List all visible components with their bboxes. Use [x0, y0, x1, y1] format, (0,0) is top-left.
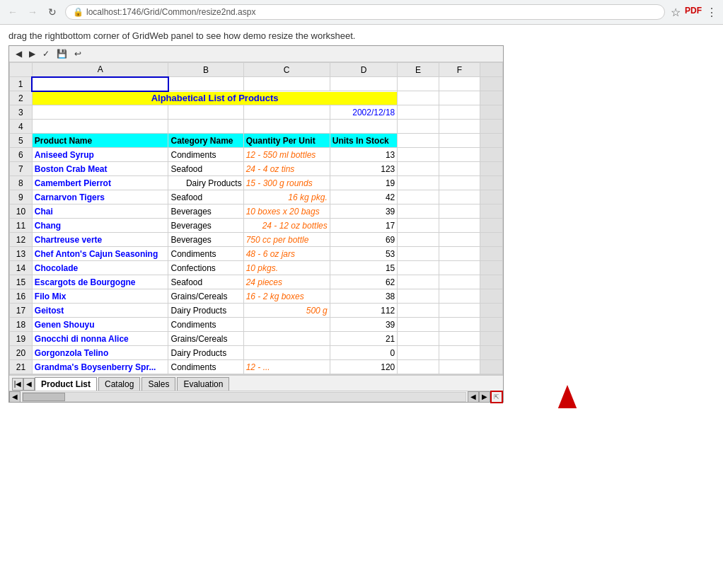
cell-e13[interactable] [398, 247, 439, 261]
tab-evaluation[interactable]: Evaluation [177, 377, 229, 391]
save-btn[interactable]: 💾 [54, 48, 69, 59]
cell-e14[interactable] [398, 261, 439, 275]
cell-f3[interactable] [439, 105, 480, 120]
cell-qty-10: 10 boxes x 20 bags [243, 204, 330, 219]
cell-e5[interactable] [398, 134, 439, 148]
cell-f21[interactable] [439, 360, 480, 374]
tab-nav-prev[interactable]: ◀ [23, 378, 35, 391]
cell-f2[interactable] [439, 91, 480, 105]
col-f[interactable]: F [439, 63, 480, 77]
cell-e4[interactable] [398, 120, 439, 134]
cell-c1[interactable] [243, 77, 330, 91]
h-scroll-thumb[interactable] [23, 393, 65, 401]
tab-catalog[interactable]: Catalog [98, 377, 140, 391]
tab-sales[interactable]: Sales [141, 377, 175, 391]
forward-button[interactable]: → [25, 5, 40, 19]
table-row: 7 Boston Crab Meat Seafood 24 - 4 oz tin… [10, 162, 503, 176]
col-c[interactable]: C [243, 63, 330, 77]
cell-a3[interactable] [32, 105, 168, 120]
cell-e16[interactable] [398, 289, 439, 304]
cell-f8[interactable] [439, 176, 480, 190]
back-button[interactable]: ← [6, 5, 20, 19]
cell-f9[interactable] [439, 190, 480, 204]
cell-product-10: Chai [32, 204, 168, 219]
tab-product-list[interactable]: Product List [35, 377, 97, 391]
cell-e15[interactable] [398, 275, 439, 289]
h-scroll-right-extra[interactable]: ◀ [468, 391, 479, 403]
cell-e1[interactable] [398, 77, 439, 91]
cell-b1[interactable] [168, 77, 243, 91]
cell-e11[interactable] [398, 219, 439, 233]
cell-f18[interactable] [439, 318, 480, 332]
col-d[interactable]: D [330, 63, 398, 77]
row-num-18: 18 [10, 318, 33, 332]
cell-f4[interactable] [439, 120, 480, 134]
scroll-cell-18 [480, 318, 503, 332]
cell-e17[interactable] [398, 304, 439, 318]
cell-product-15: Escargots de Bourgogne [32, 275, 168, 289]
cell-f13[interactable] [439, 247, 480, 261]
cell-e21[interactable] [398, 360, 439, 374]
cell-e7[interactable] [398, 162, 439, 176]
cell-f14[interactable] [439, 261, 480, 275]
arrow-container [490, 385, 645, 408]
cell-f1[interactable] [439, 77, 480, 91]
cell-e3[interactable] [398, 105, 439, 120]
cell-e6[interactable] [398, 148, 439, 162]
pdf-icon: PDF [685, 6, 702, 19]
cell-f5[interactable] [439, 134, 480, 148]
cell-c4[interactable] [243, 120, 330, 134]
cell-c3[interactable] [243, 105, 330, 120]
cell-a4[interactable] [32, 120, 168, 134]
cell-e10[interactable] [398, 204, 439, 219]
cell-b3[interactable] [168, 105, 243, 120]
cell-f12[interactable] [439, 233, 480, 247]
cell-product-14: Chocolade [32, 261, 168, 275]
cell-category-6: Condiments [168, 148, 243, 162]
scroll-cell-15 [480, 275, 503, 289]
cell-b4[interactable] [168, 120, 243, 134]
cell-f15[interactable] [439, 275, 480, 289]
cell-f17[interactable] [439, 304, 480, 318]
prev-sheet-btn[interactable]: ◀ [13, 48, 24, 59]
cell-f6[interactable] [439, 148, 480, 162]
col-b[interactable]: B [168, 63, 243, 77]
h-scroll-left[interactable]: ◀ [9, 391, 21, 403]
cell-d1[interactable] [330, 77, 398, 91]
cell-a1[interactable] [32, 77, 168, 91]
cell-qty-9: 16 kg pkg. [243, 190, 330, 204]
confirm-btn[interactable]: ✓ [40, 48, 52, 59]
cell-f7[interactable] [439, 162, 480, 176]
table-row: 10 Chai Beverages 10 boxes x 20 bags 39 [10, 204, 503, 219]
scroll-cell-6 [480, 148, 503, 162]
cell-e2[interactable] [398, 91, 439, 105]
cell-e20[interactable] [398, 346, 439, 360]
row-num-2: 2 [10, 91, 33, 105]
cell-f10[interactable] [439, 204, 480, 219]
tab-nav-first[interactable]: |◀ [12, 378, 23, 391]
table-row: 2 Alphabetical List of Products [10, 91, 503, 105]
main-wrapper: ◀ ▶ ✓ 💾 ↩ A B C D [8, 45, 504, 403]
col-e[interactable]: E [398, 63, 439, 77]
cell-f11[interactable] [439, 219, 480, 233]
next-sheet-btn[interactable]: ▶ [27, 48, 37, 59]
h-scroll-right[interactable]: ▶ [479, 391, 490, 403]
cell-e18[interactable] [398, 318, 439, 332]
cell-e9[interactable] [398, 190, 439, 204]
cell-category-9: Seafood [168, 190, 243, 204]
annotation-area: Place the mouse pointer hereand drag/ext… [490, 385, 645, 408]
cell-d4[interactable] [330, 120, 398, 134]
cell-e8[interactable] [398, 176, 439, 190]
cell-f19[interactable] [439, 332, 480, 346]
cell-f16[interactable] [439, 289, 480, 304]
cell-f20[interactable] [439, 346, 480, 360]
cell-units-20: 0 [330, 346, 398, 360]
star-icon: ☆ [671, 6, 681, 19]
col-a[interactable]: A [32, 63, 168, 77]
cell-e19[interactable] [398, 332, 439, 346]
cell-e12[interactable] [398, 233, 439, 247]
refresh-button[interactable]: ↻ [45, 5, 59, 19]
scroll-cell-10 [480, 204, 503, 219]
undo-btn[interactable]: ↩ [72, 48, 83, 59]
cell-product-12: Chartreuse verte [32, 233, 168, 247]
